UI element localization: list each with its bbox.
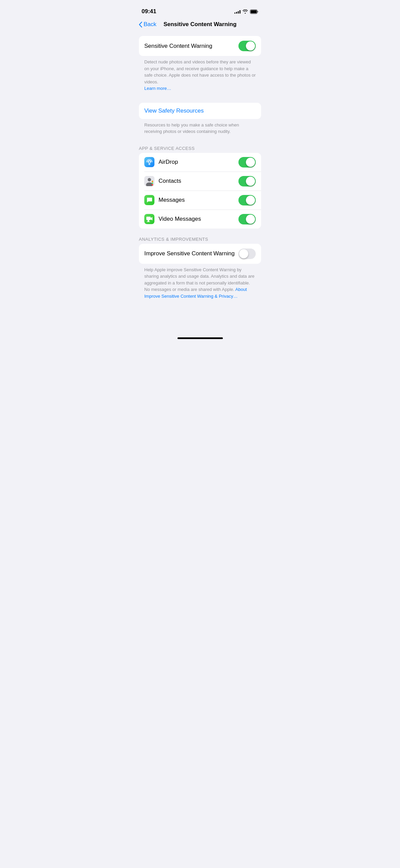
improve-warning-toggle[interactable]: [238, 249, 256, 259]
improve-warning-label: Improve Sensitive Content Warning: [144, 250, 235, 257]
video-messages-icon: [144, 214, 154, 224]
toggle-thumb: [239, 249, 248, 258]
status-time: 09:41: [142, 8, 156, 15]
chevron-left-icon: [139, 22, 142, 27]
signal-icon: [234, 9, 240, 14]
svg-point-2: [148, 161, 150, 163]
analytics-card: Improve Sensitive Content Warning: [139, 244, 261, 264]
video-messages-symbol: [146, 216, 153, 222]
home-indicator: [133, 333, 267, 343]
sensitive-content-warning-row: Sensitive Content Warning: [139, 36, 261, 56]
app-service-label: APP & SERVICE ACCESS: [133, 146, 267, 153]
safety-description: Resources to help you make a safe choice…: [139, 119, 261, 140]
toggle-thumb: [246, 215, 255, 224]
home-bar: [177, 337, 223, 339]
toggle-thumb: [246, 177, 255, 186]
view-safety-resources-row[interactable]: View Safety Resources: [139, 103, 261, 119]
svg-point-5: [148, 178, 151, 181]
analytics-card-group: Improve Sensitive Content Warning Help A…: [139, 244, 261, 305]
main-toggle-section: Sensitive Content Warning Detect nude ph…: [139, 36, 261, 97]
analytics-section: ANALYTICS & IMPROVEMENTS Improve Sensiti…: [133, 237, 267, 305]
view-safety-resources-label: View Safety Resources: [144, 107, 204, 114]
nav-bar: Back Sensitive Content Warning: [133, 18, 267, 31]
back-button[interactable]: Back: [139, 21, 156, 28]
messages-toggle[interactable]: [238, 195, 256, 205]
airdrop-icon: [144, 157, 154, 167]
safety-resources-card: View Safety Resources: [139, 103, 261, 119]
main-description: Detect nude photos and videos before the…: [139, 56, 261, 97]
app-service-card: AirDrop: [139, 153, 261, 229]
back-label: Back: [144, 21, 156, 28]
page-title: Sensitive Content Warning: [164, 21, 237, 28]
contacts-row: Contacts: [139, 172, 261, 191]
svg-rect-8: [152, 182, 153, 184]
improve-warning-row: Improve Sensitive Content Warning: [139, 244, 261, 264]
app-service-section: APP & SERVICE ACCESS AirDrop: [133, 146, 267, 229]
video-messages-row: Video Messages: [139, 210, 261, 229]
airdrop-toggle[interactable]: [238, 157, 256, 167]
contacts-toggle[interactable]: [238, 176, 256, 186]
video-messages-toggle[interactable]: [238, 214, 256, 224]
status-icons: [234, 9, 258, 14]
status-bar: 09:41: [133, 0, 267, 18]
learn-more-link[interactable]: Learn more…: [144, 86, 171, 91]
main-content: Sensitive Content Warning Detect nude ph…: [133, 31, 267, 313]
toggle-thumb: [246, 196, 255, 205]
sensitive-content-warning-label: Sensitive Content Warning: [144, 43, 212, 50]
toggle-thumb: [246, 158, 255, 167]
main-toggle-card: Sensitive Content Warning: [139, 36, 261, 56]
contacts-icon: [144, 176, 154, 186]
toggle-thumb: [246, 41, 255, 51]
airdrop-name: AirDrop: [159, 159, 234, 165]
messages-name: Messages: [159, 197, 234, 203]
svg-rect-10: [146, 217, 151, 220]
analytics-label: ANALYTICS & IMPROVEMENTS: [133, 237, 267, 244]
messages-symbol: [146, 197, 153, 203]
battery-icon: [250, 9, 258, 14]
video-messages-name: Video Messages: [159, 216, 234, 222]
wifi-icon: [243, 9, 248, 14]
svg-rect-7: [152, 181, 153, 182]
airdrop-row: AirDrop: [139, 153, 261, 172]
app-service-card-group: AirDrop: [139, 153, 261, 229]
svg-rect-1: [251, 10, 257, 13]
messages-icon: [144, 195, 154, 205]
airdrop-symbol: [146, 159, 153, 165]
svg-point-11: [148, 220, 149, 222]
sensitive-content-warning-toggle[interactable]: [238, 41, 256, 51]
messages-row: Messages: [139, 191, 261, 210]
improve-description: Help Apple improve Sensitive Content War…: [139, 264, 261, 305]
contacts-name: Contacts: [159, 178, 234, 184]
svg-rect-9: [152, 184, 153, 185]
contacts-symbol: [144, 176, 154, 186]
safety-resources-section: View Safety Resources Resources to help …: [139, 103, 261, 140]
